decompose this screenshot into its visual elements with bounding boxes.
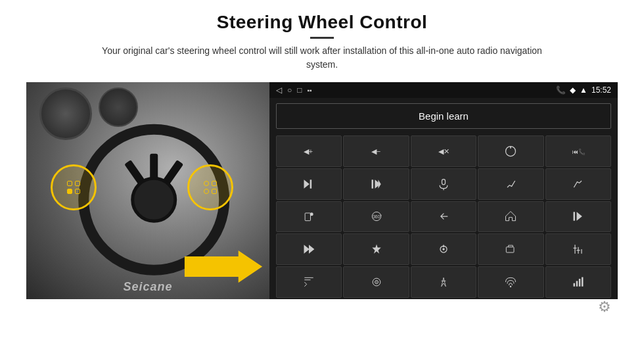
swap-btn[interactable]: [411, 233, 476, 265]
nav-btn[interactable]: [343, 233, 409, 265]
button-grid: ◀+◀−◀✕⏮📞360°: [269, 134, 618, 299]
mute-btn[interactable]: ◀✕: [411, 135, 476, 167]
svg-rect-42: [582, 277, 584, 287]
svg-marker-11: [378, 180, 380, 188]
svg-rect-40: [576, 281, 578, 286]
status-right: 📞 ◆ ▲ 15:52: [556, 85, 611, 95]
location-icon: ◆: [570, 85, 576, 95]
nav-buttons: ◁ ○ □ ▪▪: [276, 85, 312, 95]
skipback-btn[interactable]: [545, 201, 611, 233]
svg-marker-20: [304, 245, 310, 254]
title-section: Steering Wheel Control Your original car…: [92, 12, 552, 72]
svg-rect-14: [305, 213, 310, 221]
status-bar: ◁ ○ □ ▪▪ 📞 ◆ ▲ 15:52: [269, 82, 618, 98]
signal-btn[interactable]: [545, 266, 611, 298]
begin-learn-row: Begin learn: [269, 98, 618, 134]
time-display: 15:52: [591, 85, 611, 95]
bottom-area: ⚙: [26, 299, 618, 319]
next-btn[interactable]: [276, 168, 342, 200]
svg-point-38: [510, 286, 512, 288]
right-button-circle: [187, 164, 233, 210]
back-btn[interactable]: [411, 201, 476, 233]
phone-btn[interactable]: [478, 168, 543, 200]
svg-text:◀✕: ◀✕: [438, 147, 449, 155]
hangup-btn[interactable]: [545, 168, 611, 200]
head-unit: ◁ ○ □ ▪▪ 📞 ◆ ▲ 15:52 Begin learn ◀+◀−◀✕⏮…: [269, 82, 618, 299]
vol-up-btn[interactable]: ◀+: [276, 135, 342, 167]
home-nav-icon[interactable]: ○: [287, 85, 292, 95]
power-btn[interactable]: [478, 135, 543, 167]
radio-btn[interactable]: [478, 233, 543, 265]
skipfwd-btn[interactable]: [276, 233, 342, 265]
arrow-indicator: [184, 251, 263, 286]
record-btn[interactable]: [343, 266, 409, 298]
page-title: Steering Wheel Control: [92, 12, 552, 33]
title-divider: [310, 37, 334, 39]
edit-btn[interactable]: [276, 266, 342, 298]
subtitle: Your original car's steering wheel contr…: [92, 44, 552, 72]
cam-btn[interactable]: [276, 201, 342, 233]
svg-text:◀+: ◀+: [304, 147, 313, 155]
home-btn[interactable]: [478, 201, 543, 233]
svg-marker-0: [185, 251, 262, 283]
svg-text:◀−: ◀−: [371, 147, 380, 155]
watermark: Seicane: [123, 280, 172, 294]
call-prev-btn[interactable]: ⏮📞: [545, 135, 611, 167]
vol-down-btn[interactable]: ◀−: [343, 135, 409, 167]
gear-icon[interactable]: ⚙: [598, 299, 611, 316]
svg-marker-19: [576, 212, 582, 221]
svg-text:360°: 360°: [373, 215, 382, 220]
recents-nav-icon[interactable]: □: [297, 85, 302, 95]
svg-rect-9: [371, 180, 373, 188]
notification-icon: ▪▪: [308, 87, 312, 94]
svg-rect-26: [507, 247, 515, 252]
back-nav-icon[interactable]: ◁: [276, 85, 282, 95]
svg-rect-8: [310, 180, 312, 188]
eq-btn[interactable]: [545, 233, 611, 265]
left-button-circle: [51, 164, 97, 210]
svg-rect-12: [442, 179, 445, 184]
svg-marker-21: [309, 245, 314, 254]
bt-btn[interactable]: [411, 266, 476, 298]
steering-wheel-image: Seicane: [26, 82, 269, 299]
music-btn[interactable]: [478, 266, 543, 298]
steering-bg: Seicane: [26, 82, 269, 299]
svg-point-24: [442, 249, 444, 251]
content-area: Seicane ◁ ○ □ ▪▪ 📞 ◆ ▲ 15:52: [26, 82, 618, 299]
svg-point-15: [310, 213, 313, 216]
svg-text:⏮📞: ⏮📞: [572, 148, 585, 156]
svg-rect-18: [573, 212, 575, 221]
svg-rect-39: [573, 283, 575, 287]
svg-rect-41: [579, 279, 581, 287]
svg-marker-22: [372, 245, 380, 254]
svg-marker-7: [304, 180, 310, 188]
page-container: Steering Wheel Control Your original car…: [0, 0, 644, 359]
fwd-btn[interactable]: [343, 168, 409, 200]
phone-icon: 📞: [556, 85, 566, 95]
wifi-icon: ▲: [580, 85, 587, 95]
view360-btn[interactable]: 360°: [343, 201, 409, 233]
begin-learn-button[interactable]: Begin learn: [276, 103, 611, 129]
mic-btn[interactable]: [411, 168, 476, 200]
svg-point-36: [376, 281, 377, 283]
